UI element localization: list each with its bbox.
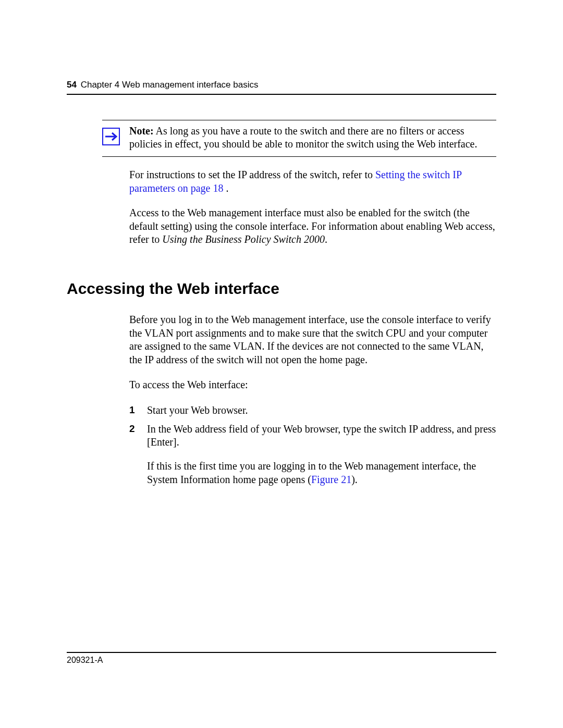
note-label: Note: xyxy=(129,125,154,137)
page: 54 Chapter 4 Web management interface ba… xyxy=(0,0,563,728)
list-item: 1 Start your Web browser. xyxy=(129,404,496,417)
note-body: As long as you have a route to the switc… xyxy=(129,125,477,150)
page-number: 54 xyxy=(67,80,77,90)
text: ). xyxy=(351,474,358,485)
step-body: Start your Web browser. xyxy=(147,404,496,417)
footer-docnum: 209321-A xyxy=(67,652,496,665)
paragraph: Before you log in to the Web management … xyxy=(129,313,496,366)
step-number: 2 xyxy=(129,423,147,486)
list-item: 2 In the Web address field of your Web b… xyxy=(129,423,496,486)
note-block: Note: As long as you have a route to the… xyxy=(102,120,496,157)
xref-link[interactable]: Figure 21 xyxy=(311,474,351,485)
step-body: In the Web address field of your Web bro… xyxy=(147,423,496,486)
paragraph: Access to the Web management interface m… xyxy=(129,206,496,246)
note-text: Note: As long as you have a route to the… xyxy=(129,125,496,151)
step-list: 1 Start your Web browser. 2 In the Web a… xyxy=(129,404,496,486)
section-heading: Accessing the Web interface xyxy=(67,279,496,299)
text: . xyxy=(224,182,229,194)
step-number: 1 xyxy=(129,404,147,417)
paragraph: For instructions to set the IP address o… xyxy=(129,168,496,195)
step-follow-paragraph: If this is the first time you are loggin… xyxy=(147,460,496,486)
arrow-right-icon xyxy=(102,128,120,145)
text: For instructions to set the IP address o… xyxy=(129,169,375,180)
paragraph: To access the Web interface: xyxy=(129,378,496,392)
running-header: 54 Chapter 4 Web management interface ba… xyxy=(67,79,496,95)
text: . xyxy=(325,233,327,245)
chapter-title: Chapter 4 Web management interface basic… xyxy=(81,80,259,90)
book-title: Using the Business Policy Switch 2000 xyxy=(162,233,325,245)
